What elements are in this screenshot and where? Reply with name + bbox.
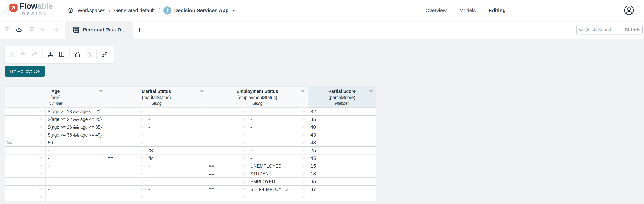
dropdown-triangle-icon[interactable] (39, 126, 43, 129)
column-header-marital-status[interactable]: Marital Status (maritalStatus) String (106, 87, 207, 108)
redo-icon[interactable] (31, 51, 38, 58)
cell-employment-operator[interactable] (207, 193, 248, 201)
cell-employment-value[interactable]: - (248, 139, 308, 146)
cell-partial-score[interactable]: 48 (308, 139, 376, 146)
cell-marital-value[interactable]: "M" (146, 154, 207, 162)
dropdown-triangle-icon[interactable] (242, 196, 246, 198)
dropdown-triangle-icon[interactable] (302, 126, 306, 129)
cell-marital-operator[interactable] (106, 139, 146, 146)
dropdown-triangle-icon[interactable] (39, 150, 43, 152)
filter-triangle-icon[interactable] (98, 90, 103, 93)
new-tab-button[interactable]: + (137, 21, 142, 39)
cell-employment-value[interactable]: - (248, 131, 308, 139)
dropdown-triangle-icon[interactable] (302, 150, 306, 152)
dropdown-triangle-icon[interactable] (39, 134, 43, 136)
column-header-age[interactable]: Age (age) Number (5, 87, 106, 108)
nav-editing[interactable]: Editing (488, 8, 506, 13)
cell-age-value[interactable]: ${age >= 18 && age <= 21} (46, 108, 106, 115)
close-model-icon[interactable] (29, 27, 35, 33)
cell-age-value[interactable]: ${age >= 36 && age <= 49} (46, 131, 106, 139)
dropdown-triangle-icon[interactable] (242, 165, 246, 167)
dropdown-triangle-icon[interactable] (242, 111, 246, 113)
cell-employment-operator[interactable]: == (207, 162, 248, 170)
dropdown-triangle-icon[interactable] (242, 126, 246, 129)
cell-age-operator[interactable] (5, 170, 46, 177)
cell-marital-value[interactable]: - (146, 139, 207, 146)
cell-employment-value[interactable]: - (248, 147, 308, 154)
cell-partial-score[interactable]: 35 (308, 116, 376, 123)
dropdown-triangle-icon[interactable] (140, 134, 144, 136)
cell-age-value[interactable] (46, 193, 106, 201)
cell-marital-value[interactable]: - (146, 108, 207, 115)
column-header-partial-score[interactable]: Partial Score (partialScore) Number (308, 87, 376, 108)
nav-models[interactable]: Models (460, 8, 476, 13)
cell-partial-score[interactable]: 25 (308, 147, 376, 154)
dropdown-triangle-icon[interactable] (140, 188, 144, 191)
cell-marital-operator[interactable] (106, 178, 146, 185)
cell-age-operator[interactable] (5, 116, 46, 123)
cell-partial-score[interactable]: 45 (308, 178, 376, 185)
dropdown-triangle-icon[interactable] (140, 119, 144, 121)
cell-employment-value[interactable] (248, 193, 308, 201)
lock-icon[interactable] (85, 51, 92, 58)
cell-partial-score[interactable]: 18 (308, 170, 376, 177)
cell-age-operator[interactable] (5, 178, 46, 185)
dropdown-triangle-icon[interactable] (242, 134, 246, 136)
dropdown-triangle-icon[interactable] (302, 173, 306, 175)
cell-employment-operator[interactable] (207, 116, 248, 123)
cell-age-operator[interactable] (5, 193, 46, 201)
user-avatar-icon[interactable] (624, 5, 634, 16)
breadcrumb-workspaces[interactable]: Workspaces (78, 8, 105, 13)
cell-marital-value[interactable] (146, 193, 207, 201)
dropdown-triangle-icon[interactable] (140, 142, 144, 144)
dropdown-triangle-icon[interactable] (302, 188, 306, 191)
cell-employment-operator[interactable] (207, 154, 248, 162)
filter-triangle-icon[interactable] (200, 90, 204, 93)
cell-age-value[interactable]: - (46, 170, 106, 177)
cell-age-value[interactable]: 50 (46, 139, 106, 146)
cell-marital-operator[interactable] (106, 193, 146, 201)
dropdown-triangle-icon[interactable] (140, 173, 144, 175)
dropdown-triangle-icon[interactable] (242, 142, 246, 144)
quick-search-box[interactable]: Ctrl + K (576, 25, 643, 35)
cell-employment-operator[interactable]: == (207, 178, 248, 185)
cell-age-operator[interactable] (5, 108, 46, 115)
save-icon[interactable] (4, 27, 10, 33)
dropdown-triangle-icon[interactable] (39, 181, 43, 183)
unlock-icon[interactable] (74, 51, 81, 58)
dropdown-triangle-icon[interactable] (39, 196, 43, 198)
cell-partial-score[interactable]: 37 (308, 185, 376, 193)
cell-partial-score[interactable]: 40 (308, 123, 376, 131)
side-panel-icon[interactable] (58, 51, 65, 58)
breadcrumb-app-selector[interactable]: Decision Services App (163, 7, 237, 15)
cell-marital-value[interactable]: - (146, 131, 207, 139)
cell-age-value[interactable]: - (46, 178, 106, 185)
cell-partial-score[interactable]: 15 (308, 162, 376, 170)
cell-marital-value[interactable]: - (146, 162, 207, 170)
cell-marital-operator[interactable] (106, 185, 146, 193)
dropdown-triangle-icon[interactable] (302, 134, 306, 136)
cell-employment-value[interactable]: - (248, 123, 308, 131)
dropdown-triangle-icon[interactable] (140, 157, 144, 160)
cell-marital-operator[interactable] (106, 162, 146, 170)
dropdown-triangle-icon[interactable] (302, 119, 306, 121)
dropdown-triangle-icon[interactable] (39, 111, 43, 113)
cell-age-value[interactable]: - (46, 147, 106, 154)
dropdown-triangle-icon[interactable] (39, 119, 43, 121)
dropdown-triangle-icon[interactable] (302, 142, 306, 144)
dropdown-triangle-icon[interactable] (39, 142, 43, 144)
cell-employment-operator[interactable] (207, 139, 248, 146)
cell-employment-operator[interactable] (207, 108, 248, 115)
dropdown-triangle-icon[interactable] (302, 165, 306, 167)
cell-marital-value[interactable]: - (146, 185, 207, 193)
cell-employment-value[interactable]: UNEMPLOYED (248, 162, 308, 170)
cell-employment-value[interactable]: EMPLOYED (248, 178, 308, 185)
cell-age-operator[interactable] (5, 123, 46, 131)
dropdown-triangle-icon[interactable] (242, 119, 246, 121)
dropdown-triangle-icon[interactable] (140, 181, 144, 183)
cell-age-operator[interactable] (5, 131, 46, 139)
cell-marital-operator[interactable]: == (106, 147, 146, 154)
filter-triangle-icon[interactable] (300, 90, 305, 93)
navigate-forward-icon[interactable] (53, 27, 59, 33)
nav-overview[interactable]: Overview (426, 8, 446, 13)
